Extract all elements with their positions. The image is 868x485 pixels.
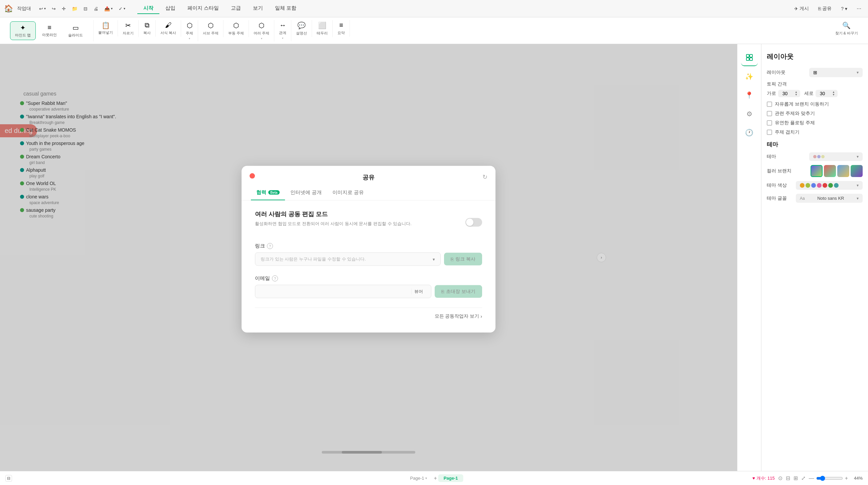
add-page-button[interactable]: + (432, 474, 438, 482)
color-swatch-1[interactable] (810, 165, 823, 177)
layout-row: 레이아웃 ⊞ ▾ (767, 68, 863, 77)
nav-insert[interactable]: 삽입 (159, 3, 181, 14)
tab-clock[interactable]: 🕐 (741, 124, 758, 141)
tab-style[interactable]: ⚙ (741, 105, 758, 122)
undo-button[interactable]: ↩▾ (36, 5, 49, 13)
float-theme-tool[interactable]: ⬡ 부동 주제 (223, 20, 249, 37)
theme-dropdown[interactable]: ▾ (809, 152, 863, 161)
single-page-button[interactable]: ⊟ (786, 475, 790, 481)
relation-tool[interactable]: ↔ 관계 ▾ (274, 20, 291, 41)
nav-all-include[interactable]: 일체 포함 (269, 3, 302, 14)
checkbox-float-topic-input[interactable] (767, 120, 772, 126)
check-button[interactable]: ✓▾ (116, 5, 128, 13)
email-input-area[interactable]: 뷰어 (255, 285, 431, 298)
border-tool[interactable]: ⬜ 테두리 (312, 20, 333, 37)
theme-font-dropdown[interactable]: Aa Noto sans KR ▾ (796, 194, 863, 203)
invite-icon: ⎘ (441, 289, 444, 294)
zoom-out-button[interactable]: — (809, 475, 814, 481)
tab-collab[interactable]: 협력 Beta (251, 187, 285, 200)
tab-layout[interactable] (741, 50, 758, 66)
location-icon: 📍 (745, 91, 753, 99)
horizontal-value[interactable] (781, 91, 794, 96)
svg-rect-0 (746, 55, 749, 57)
dialog-close-button[interactable] (250, 173, 255, 179)
view-all-collaborators-button[interactable]: 모든 공동작업자 보기 › (435, 313, 482, 319)
nav-page-style[interactable]: 페이지 스타일 (181, 3, 225, 14)
invite-button[interactable]: ⎘ 초대장 보내기 (435, 285, 482, 298)
fullscreen-button[interactable]: ⤢ (801, 475, 806, 481)
grid-view-button[interactable]: ⊞ (794, 475, 798, 481)
export-button[interactable]: 📤▾ (101, 5, 115, 13)
sub-theme-tool[interactable]: ⬡ 서브 주제 (198, 20, 223, 37)
multi-theme-icon: ⬡ (258, 21, 264, 29)
email-input[interactable] (260, 289, 411, 294)
vertical-down-arrow[interactable]: ▼ (832, 94, 835, 96)
beta-badge: Beta (268, 190, 280, 195)
nav-advanced[interactable]: 고급 (225, 3, 247, 14)
color-swatch-2[interactable] (824, 165, 836, 177)
link-dropdown[interactable]: 링크가 있는 사람은 누구나 파일을 수정할 수 있습니다. ▾ (255, 253, 441, 266)
vertical-label: 세로 (804, 91, 813, 97)
tab-location[interactable]: 📍 (741, 87, 758, 103)
nav-start[interactable]: 시작 (137, 3, 159, 14)
mode-outline[interactable]: ≡ 아웃라인 (37, 21, 62, 40)
layout-dropdown[interactable]: ⊞ ▾ (809, 68, 863, 77)
page-tab-main[interactable]: Page-1 (438, 474, 463, 482)
email-help-icon[interactable]: ? (272, 275, 278, 281)
dialog-refresh-button[interactable]: ↻ (483, 173, 488, 181)
link-help-icon[interactable]: ? (267, 243, 273, 249)
page-panel-toggle[interactable]: ⊟ (5, 475, 12, 482)
checkbox-match-topic[interactable]: 관련 주제와 맞추기 (767, 110, 863, 117)
horizontal-input[interactable]: ▲ ▼ (778, 90, 800, 97)
page-tab-left[interactable]: Page-1 ▾ (405, 474, 433, 482)
theme-color-dropdown[interactable]: ▾ (796, 181, 863, 190)
find-replace-tool[interactable]: 🔍 찾기 & 바꾸기 (831, 20, 863, 37)
print-button[interactable]: 🖨 (91, 5, 101, 13)
zoom-in-button[interactable]: + (845, 475, 848, 481)
tab-internet[interactable]: 인터넷에 공개 (285, 187, 327, 200)
paste-tool[interactable]: 📋 붙여넣기 (98, 21, 113, 35)
checkbox-overlap-topic[interactable]: 주제 겹치기 (767, 129, 863, 135)
save-button[interactable]: ⊟ (81, 5, 90, 13)
right-tab-bar: ✨ 📍 ⚙ 🕐 (737, 44, 761, 471)
checkbox-free-branch[interactable]: 자유롭게 브랜치 이동하기 (767, 101, 863, 107)
share-button[interactable]: ⎘ 공유 (815, 4, 834, 13)
theme-section-header: 테마 (767, 141, 863, 148)
vertical-input[interactable]: ▲ ▼ (815, 90, 838, 97)
chevron-down-icon: ▾ (845, 6, 847, 11)
nav-view[interactable]: 보기 (247, 3, 269, 14)
top-menubar: 🏠 작업대 ↩▾ ↪ ✛ 📁 ⊟ 🖨 📤▾ ✓▾ 시작 삽입 페이지 스타일 고… (0, 0, 868, 18)
note-tool[interactable]: 💬 설명선 (291, 20, 312, 37)
checkbox-float-topic[interactable]: 유연한 플로팅 주제 (767, 120, 863, 126)
theme-tool[interactable]: ⬡ 주제 ▾ (181, 20, 198, 41)
checkbox-free-branch-input[interactable] (767, 101, 772, 107)
multi-theme-tool[interactable]: ⬡ 여러 주제 ▾ (249, 20, 274, 41)
color-swatch-3[interactable] (837, 165, 849, 177)
zoom-slider[interactable] (816, 476, 843, 481)
redo-button[interactable]: ↪ (49, 5, 59, 13)
mode-slide[interactable]: ▭ 슬라이드 (63, 21, 88, 40)
collab-toggle[interactable] (465, 218, 482, 227)
publish-button[interactable]: ✈ 게시 (792, 4, 811, 13)
copy-link-button[interactable]: ⎘ 링크 복사 (444, 253, 482, 265)
mode-mindmap[interactable]: ✦ 마인드 맵 (10, 21, 36, 40)
add-button[interactable]: ✛ (59, 5, 68, 13)
canvas-area[interactable]: ed during casual games "Super Rabbit Man… (0, 44, 737, 471)
checkbox-overlap-topic-input[interactable] (767, 130, 772, 135)
folder-button[interactable]: 📁 (69, 5, 80, 13)
color-swatch-4[interactable] (850, 165, 863, 177)
help-button[interactable]: ? ▾ (838, 5, 850, 13)
summary-tool[interactable]: ≡ 요약 (333, 20, 350, 37)
copy-tool[interactable]: ⧉ 복사 (138, 20, 156, 37)
checkbox-match-topic-input[interactable] (767, 111, 772, 116)
more-button[interactable]: ⋯ (854, 5, 864, 13)
email-role-selector[interactable]: 뷰어 (411, 289, 426, 295)
horizontal-down-arrow[interactable]: ▼ (795, 94, 798, 96)
cut-tool[interactable]: ✂ 자르기 (118, 20, 138, 37)
vertical-value[interactable] (818, 91, 832, 96)
tab-image-share[interactable]: 이미지로 공유 (327, 187, 369, 200)
layout-icon (745, 54, 753, 61)
fit-screen-button[interactable]: ⊙ (778, 475, 782, 481)
format-copy-tool[interactable]: 🖌 서식 복사 (156, 20, 181, 37)
tab-ai[interactable]: ✨ (741, 68, 758, 85)
